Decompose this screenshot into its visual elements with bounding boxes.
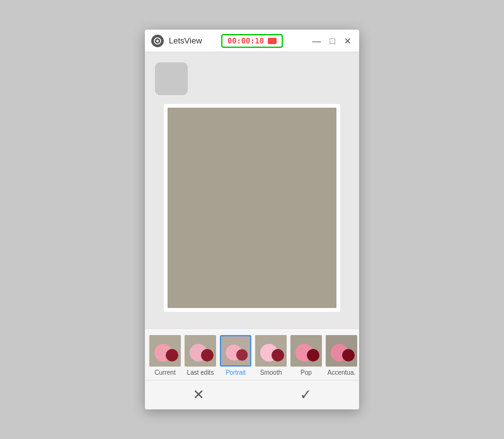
tile-background [168, 108, 336, 308]
svg-point-38 [201, 349, 214, 362]
filter-item-portrait[interactable]: Portrait [218, 335, 253, 376]
minimize-button[interactable]: — [311, 35, 323, 47]
recording-badge: 00:00:10 [221, 34, 283, 48]
recording-time: 00:00:10 [227, 37, 264, 45]
filter-item-smooth[interactable]: Smooth [253, 335, 289, 376]
main-image [164, 104, 340, 312]
app-title: LetsView [169, 36, 202, 45]
filter-thumb-smooth [255, 335, 287, 367]
filter-label-portrait: Portrait [226, 369, 246, 376]
confirm-button[interactable]: ✓ [290, 387, 321, 403]
recording-indicator [268, 38, 277, 44]
svg-point-47 [307, 349, 319, 362]
filter-label-pop: Pop [301, 369, 312, 376]
filter-thumb-accentua [326, 335, 357, 367]
filter-label-accentua: Accentua. [328, 369, 355, 376]
window-controls: — □ ✕ [311, 35, 353, 47]
filter-thumb-current [149, 335, 181, 367]
cancel-button[interactable]: ✕ [183, 387, 214, 403]
filter-scroll: Current Last edits [145, 335, 359, 376]
svg-point-44 [272, 349, 284, 362]
filter-item-pop[interactable]: Pop [289, 335, 324, 376]
maximize-button[interactable]: □ [329, 35, 336, 47]
close-button[interactable]: ✕ [343, 35, 353, 47]
window-body [145, 52, 359, 328]
filter-label-current: Current [154, 369, 175, 376]
svg-point-41 [236, 349, 248, 360]
filter-thumb-last-edits [185, 335, 216, 367]
filter-item-current[interactable]: Current [147, 335, 183, 376]
filter-label-last-edits: Last edits [187, 369, 214, 376]
device-icon [155, 62, 188, 95]
filter-item-accentua[interactable]: Accentua. [324, 335, 359, 376]
app-icon [151, 35, 164, 47]
svg-point-50 [342, 349, 355, 362]
svg-point-35 [166, 349, 178, 362]
svg-point-1 [156, 40, 159, 42]
filter-item-last-edits[interactable]: Last edits [183, 335, 218, 376]
filter-thumb-portrait [220, 335, 251, 367]
titlebar: LetsView 00:00:10 — □ ✕ [145, 30, 359, 52]
filter-strip: Current Last edits [145, 328, 359, 380]
filter-thumb-pop [290, 335, 322, 367]
app-window: LetsView 00:00:10 — □ ✕ [145, 30, 359, 409]
action-bar: ✕ ✓ [145, 380, 359, 409]
filter-label-smooth: Smooth [260, 369, 282, 376]
